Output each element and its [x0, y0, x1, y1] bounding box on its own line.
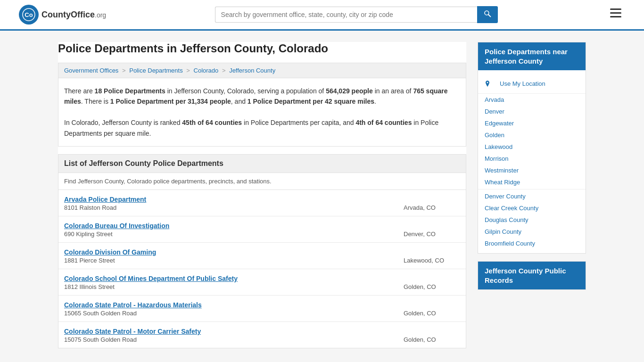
desc-bold-pop: 564,029 people: [326, 87, 373, 95]
breadcrumb: Government Offices > Police Departments …: [58, 63, 466, 78]
dept-address: 8101 Ralston Road: [64, 204, 400, 211]
table-row: Colorado State Patrol - Hazardous Materi…: [58, 296, 466, 322]
table-row: Colorado Bureau Of Investigation 690 Kip…: [58, 216, 466, 243]
table-row: Colorado State Patrol - Motor Carrier Sa…: [58, 322, 466, 348]
dept-address: 15065 South Golden Road: [64, 310, 400, 317]
logo-icon: Co: [19, 5, 39, 25]
dept-detail-row: 1812 Illinois Street Golden, CO: [64, 283, 460, 290]
sidebar-county-link[interactable]: Broomfield County: [478, 238, 586, 249]
breadcrumb-link-county[interactable]: Jefferson County: [229, 67, 275, 74]
desc-bold-count: 18 Police Departments: [95, 87, 165, 95]
sidebar-city-link[interactable]: Denver: [478, 106, 586, 117]
breadcrumb-link-co[interactable]: Colorado: [194, 67, 219, 74]
content-area: Police Departments in Jefferson County, …: [58, 42, 466, 348]
page-title: Police Departments in Jefferson County, …: [58, 42, 466, 63]
use-my-location-link[interactable]: Use My Location: [493, 78, 552, 90]
public-records-box: Jefferson County Public Records: [478, 261, 586, 290]
sidebar-city-link[interactable]: Morrison: [478, 153, 586, 165]
breadcrumb-sep: >: [222, 67, 226, 74]
nearby-box: Police Departments near Jefferson County…: [478, 42, 586, 254]
sidebar-county-link[interactable]: Clear Creek County: [478, 202, 586, 214]
svg-rect-5: [610, 12, 621, 14]
menu-button[interactable]: [606, 7, 625, 23]
dept-detail-row: 15075 South Golden Road Golden, CO: [64, 336, 460, 343]
sidebar-county-link[interactable]: Denver County: [478, 190, 586, 202]
dept-city: Golden, CO: [404, 310, 460, 317]
sidebar-city-link[interactable]: Edgewater: [478, 117, 586, 129]
dept-detail-row: 1881 Pierce Street Lakewood, CO: [64, 257, 460, 264]
dept-name-link[interactable]: Colorado Division Of Gaming: [64, 248, 460, 256]
sidebar-city-link[interactable]: Westminster: [478, 165, 586, 176]
desc-bold-per-person: 1 Police Department per 31,334 people: [110, 98, 231, 105]
sidebar-city-link[interactable]: Lakewood: [478, 141, 586, 153]
breadcrumb-link-pd[interactable]: Police Departments: [129, 67, 182, 74]
dept-detail-row: 690 Kipling Street Denver, CO: [64, 230, 460, 238]
dept-detail-row: 15065 South Golden Road Golden, CO: [64, 310, 460, 317]
use-my-location[interactable]: Use My Location: [478, 74, 586, 94]
dept-name-link[interactable]: Arvada Police Department: [64, 196, 460, 203]
dept-city: Arvada, CO: [404, 204, 460, 211]
site-header: Co CountyOffice.org: [0, 0, 644, 31]
sidebar: Police Departments near Jefferson County…: [478, 42, 586, 348]
search-area: [215, 6, 498, 23]
svg-rect-4: [610, 8, 621, 10]
sidebar-city-link[interactable]: Golden: [478, 129, 586, 141]
dept-address: 15075 South Golden Road: [64, 336, 400, 343]
dept-name-link[interactable]: Colorado Bureau Of Investigation: [64, 222, 460, 230]
sidebar-divider: [478, 189, 586, 189]
dept-city: Lakewood, CO: [404, 257, 460, 264]
main-container: Police Departments in Jefferson County, …: [39, 31, 605, 360]
search-button[interactable]: [477, 6, 498, 23]
sidebar-city-link[interactable]: Wheat Ridge: [478, 176, 586, 188]
svg-rect-6: [610, 16, 621, 17]
dept-detail-row: 8101 Ralston Road Arvada, CO: [64, 204, 460, 211]
desc-bold-rank1: 45th of 64 counties: [182, 119, 242, 126]
dept-name-link[interactable]: Colorado School Of Mines Department Of P…: [64, 275, 460, 282]
svg-line-3: [488, 15, 490, 16]
list-section-heading: List of Jefferson County Police Departme…: [58, 154, 466, 173]
dept-address: 1812 Illinois Street: [64, 283, 400, 290]
table-row: Colorado Division Of Gaming 1881 Pierce …: [58, 243, 466, 269]
dept-name-link[interactable]: Colorado State Patrol - Motor Carrier Sa…: [64, 328, 460, 335]
nearby-title: Police Departments near Jefferson County: [478, 42, 586, 70]
table-row: Colorado School Of Mines Department Of P…: [58, 269, 466, 296]
list-section-sub: Find Jefferson County, Colorado police d…: [58, 173, 466, 190]
desc-bold-rank2: 4th of 64 counties: [355, 119, 412, 126]
breadcrumb-link-gov[interactable]: Government Offices: [64, 67, 118, 74]
svg-text:Co: Co: [25, 11, 33, 18]
logo-text: CountyOffice.org: [41, 10, 106, 20]
dept-address: 690 Kipling Street: [64, 230, 400, 238]
sidebar-county-link[interactable]: Gilpin County: [478, 226, 586, 238]
table-row: Arvada Police Department 8101 Ralston Ro…: [58, 190, 466, 216]
department-list: Arvada Police Department 8101 Ralston Ro…: [58, 190, 466, 348]
dept-city: Denver, CO: [404, 230, 460, 238]
sidebar-cities: ArvadaDenverEdgewaterGoldenLakewoodMorri…: [478, 94, 586, 188]
dept-name-link[interactable]: Colorado State Patrol - Hazardous Materi…: [64, 301, 460, 309]
public-records-title: Jefferson County Public Records: [478, 262, 586, 289]
sidebar-county-link[interactable]: Douglas County: [478, 214, 586, 226]
dept-address: 1881 Pierce Street: [64, 257, 400, 264]
search-input[interactable]: [215, 7, 477, 23]
logo-area: Co CountyOffice.org: [19, 5, 106, 25]
sidebar-counties: Denver CountyClear Creek CountyDouglas C…: [478, 190, 586, 249]
dept-city: Golden, CO: [404, 336, 460, 343]
sidebar-city-link[interactable]: Arvada: [478, 94, 586, 106]
breadcrumb-sep: >: [122, 67, 126, 74]
desc-bold-per-mile: 1 Police Department per 42 square miles: [248, 98, 374, 105]
breadcrumb-sep: >: [186, 67, 190, 74]
nearby-links: Use My Location ArvadaDenverEdgewaterGol…: [478, 70, 586, 253]
dept-city: Golden, CO: [404, 283, 460, 290]
description-paragraph1: There are 18 Police Departments in Jeffe…: [58, 78, 466, 147]
